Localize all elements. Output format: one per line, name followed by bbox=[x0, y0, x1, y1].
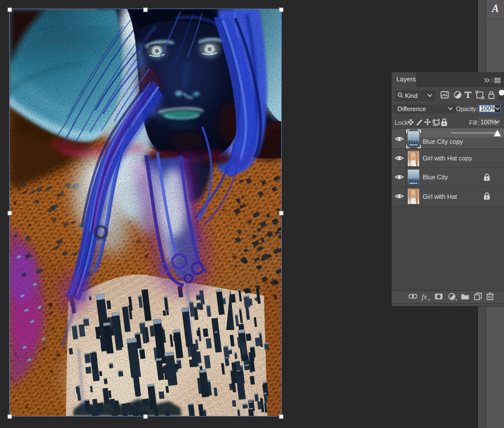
svg-text:fx: fx bbox=[422, 292, 427, 301]
